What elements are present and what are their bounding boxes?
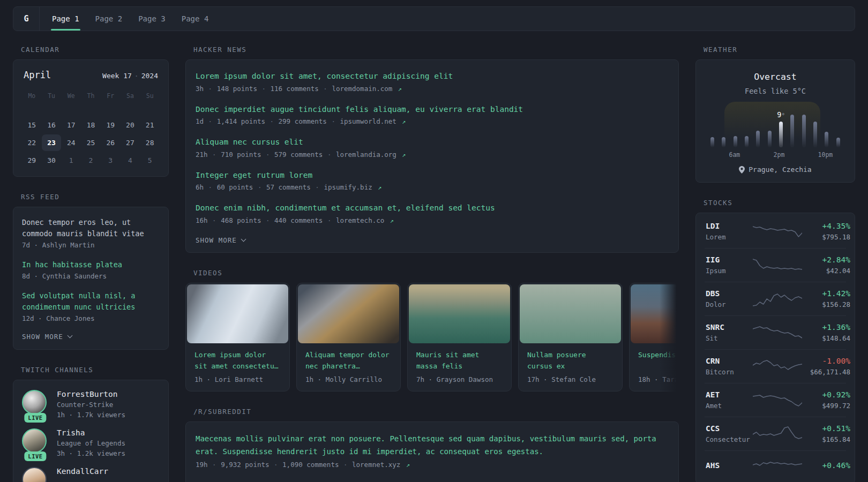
- calendar-day[interactable]: 18: [81, 117, 101, 133]
- stock-price: $795.18: [802, 233, 850, 241]
- stock-symbol: AHS: [706, 461, 753, 470]
- stock-row[interactable]: CRN Bitcorn -1.00% $66,171.48: [705, 349, 846, 383]
- hackernews-item-meta: 6h · 60 points · 57 comments · ipsumify.…: [196, 183, 669, 191]
- stock-identity: CRN Bitcorn: [706, 357, 753, 376]
- stock-identity: LDI Lorem: [706, 222, 753, 241]
- item-domain[interactable]: loremlandia.org: [336, 150, 396, 159]
- page-tab[interactable]: Page 4: [181, 7, 210, 31]
- separator-dot: ·: [265, 150, 271, 159]
- stock-price: $148.64: [802, 334, 850, 342]
- calendar-day[interactable]: 16: [42, 117, 62, 133]
- stock-row[interactable]: IIG Ipsum +2.84% $42.04: [705, 248, 846, 282]
- calendar-weekday: Th: [81, 92, 101, 105]
- rss-item-title[interactable]: In hac habitasse platea: [22, 259, 160, 270]
- calendar-day[interactable]: 23: [42, 134, 62, 151]
- calendar-day[interactable]: 20: [121, 117, 140, 133]
- weather-bar: [734, 136, 737, 147]
- weather-location: Prague, Czechia: [707, 165, 844, 174]
- weather-bar-slot: [741, 136, 752, 147]
- item-comments[interactable]: 1,090 comments: [282, 461, 339, 469]
- rss-show-more-button[interactable]: SHOW MORE: [22, 333, 160, 341]
- calendar-day[interactable]: 30: [42, 152, 62, 169]
- hackernews-item: Donec imperdiet augue tincidunt felis al…: [196, 104, 669, 126]
- calendar-day[interactable]: 5: [140, 152, 160, 169]
- twitch-channel-row[interactable]: LIVE KendallCarr: [22, 467, 160, 482]
- weather-widget: Overcast Feels like 5°C: [695, 59, 855, 183]
- calendar-day[interactable]: 28: [140, 134, 160, 151]
- calendar-day[interactable]: 15: [22, 117, 42, 133]
- rss-item-title[interactable]: Sed volutpat nulla nisl, a condimentum n…: [22, 290, 160, 313]
- calendar-day[interactable]: 3: [101, 152, 121, 169]
- stock-name: Dolor: [706, 300, 753, 308]
- subreddit-section: /R/SUBREDDIT Maecenas mollis pulvinar er…: [185, 408, 679, 482]
- rss-item-title[interactable]: Donec tempor eros leo, ut commodo mauris…: [22, 217, 160, 239]
- twitch-channel-meta: 1h · 1.7k viewers: [57, 411, 125, 419]
- calendar-day[interactable]: 22: [22, 134, 42, 151]
- twitch-channel-name: Trisha: [57, 428, 125, 437]
- video-title: Aliquam tempor dolor nec pharetra…: [297, 344, 400, 372]
- stock-row[interactable]: LDI Lorem +4.35% $795.18: [705, 215, 846, 248]
- video-card[interactable]: Suspendisse diam 18h · Tara: [629, 283, 679, 391]
- calendar-day[interactable]: 25: [81, 134, 101, 151]
- item-domain[interactable]: loremtech.co: [336, 216, 384, 224]
- calendar-day[interactable]: 21: [140, 117, 160, 133]
- calendar-day[interactable]: 26: [101, 134, 121, 151]
- hackernews-item-title[interactable]: Aliquam nec cursus elit: [196, 137, 669, 148]
- item-domain[interactable]: loremdomain.com: [332, 85, 392, 93]
- stock-row[interactable]: CCS Consectetur +0.51% $165.84: [705, 417, 846, 450]
- stock-row[interactable]: DBS Dolor +1.42% $156.28: [705, 282, 846, 315]
- calendar-day[interactable]: 1: [61, 152, 81, 169]
- video-card[interactable]: Mauris sit amet massa felis 7h · Grayson…: [407, 283, 512, 391]
- item-comments[interactable]: 579 comments: [274, 150, 323, 159]
- degree-symbol: °: [781, 112, 785, 119]
- calendar-day[interactable]: 17: [61, 117, 81, 133]
- item-comments[interactable]: 57 comments: [266, 183, 311, 191]
- calendar-day[interactable]: 27: [121, 134, 140, 151]
- item-comments[interactable]: 440 comments: [274, 216, 323, 224]
- item-domain[interactable]: loremnet.xyz: [352, 461, 400, 469]
- subreddit-post-title[interactable]: Maecenas mollis pulvinar erat non posuer…: [196, 433, 669, 458]
- item-time: 6h: [196, 183, 204, 191]
- calendar-day[interactable]: 24: [61, 134, 81, 151]
- video-card[interactable]: Nullam posuere cursus ex 17h · Stefan Co…: [518, 283, 623, 391]
- item-comments[interactable]: 299 comments: [279, 117, 327, 125]
- twitch-channel-row[interactable]: LIVE Trisha League of Legends 3h · 1.2k …: [22, 428, 160, 457]
- hackernews-item-title[interactable]: Lorem ipsum dolor sit amet, consectetur …: [196, 71, 669, 82]
- calendar-day[interactable]: 4: [121, 152, 140, 169]
- page-tab[interactable]: Page 1: [51, 7, 80, 31]
- stock-identity: AHS: [706, 461, 753, 472]
- calendar-day[interactable]: 2: [81, 152, 101, 169]
- video-card[interactable]: Lorem ipsum dolor sit amet consectetu… 1…: [185, 283, 290, 391]
- calendar-day[interactable]: 19: [101, 117, 121, 133]
- item-comments[interactable]: 116 comments: [271, 85, 319, 93]
- app-logo[interactable]: G: [13, 7, 40, 31]
- twitch-channel-info: Trisha League of Legends 3h · 1.2k viewe…: [57, 428, 125, 457]
- calendar-day[interactable]: 29: [22, 152, 42, 169]
- weather-bar-slot: [752, 131, 764, 147]
- video-card[interactable]: Aliquam tempor dolor nec pharetra… 1h · …: [296, 283, 401, 391]
- stock-name: Ipsum: [706, 267, 753, 275]
- item-domain[interactable]: ipsumify.biz: [324, 183, 372, 191]
- item-domain[interactable]: ipsumworld.net: [340, 117, 396, 125]
- weather-bar-slot: [730, 136, 741, 147]
- hackernews-item-title[interactable]: Donec enim nibh, condimentum et accumsan…: [196, 203, 669, 214]
- stock-row[interactable]: SNRC Sit +1.36% $148.64: [705, 315, 846, 349]
- weather-bar: [779, 122, 783, 147]
- stock-values: +2.84% $42.04: [802, 255, 850, 275]
- stock-row[interactable]: AHS +0.46%: [705, 450, 846, 482]
- stock-row[interactable]: AET Amet +0.92% $499.72: [705, 383, 846, 417]
- stock-change-percent: +4.35%: [802, 222, 850, 230]
- hackernews-item-title[interactable]: Donec imperdiet augue tincidunt felis al…: [196, 104, 669, 115]
- page-tab[interactable]: Page 3: [137, 7, 167, 31]
- hackernews-show-more-button[interactable]: SHOW MORE: [196, 236, 669, 244]
- hackernews-item-title[interactable]: Integer eget rutrum lorem: [196, 170, 669, 181]
- stock-symbol: DBS: [706, 289, 753, 298]
- twitch-channel-row[interactable]: LIVE ForrestBurton Counter-Strike 1h · 1…: [22, 390, 160, 419]
- external-link-icon: ↗: [402, 151, 406, 159]
- stock-sparkline: [753, 425, 802, 442]
- page-tab[interactable]: Page 2: [94, 7, 124, 31]
- stock-symbol: IIG: [706, 255, 753, 264]
- page-tab-label: Page 1: [52, 14, 79, 23]
- hackernews-item: Lorem ipsum dolor sit amet, consectetur …: [196, 71, 669, 93]
- item-time: 3h: [196, 85, 204, 93]
